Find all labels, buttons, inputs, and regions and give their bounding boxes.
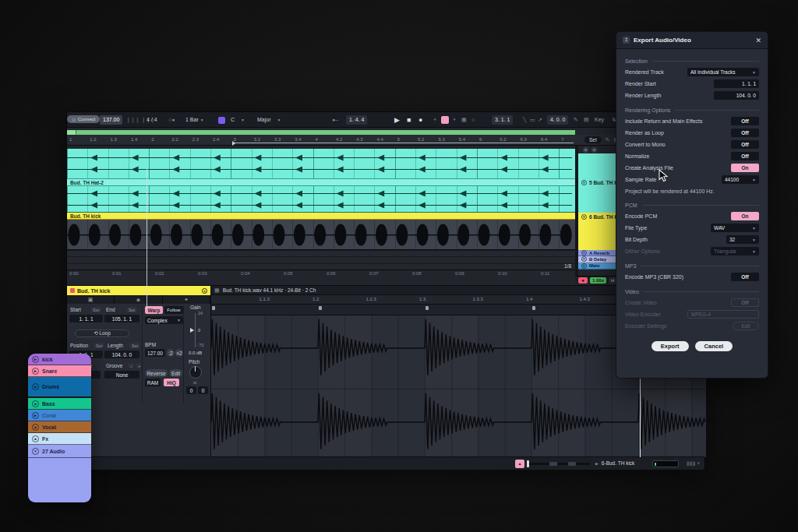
dropdown[interactable]: 32▼ — [726, 235, 759, 244]
time-signature[interactable]: 4 / 4 — [147, 115, 157, 125]
scale-select[interactable]: Major▼ — [257, 115, 281, 125]
clip-collapse-icon[interactable]: ● — [202, 288, 207, 294]
stop-icon[interactable]: ■ — [32, 424, 39, 431]
bpm-double-button[interactable]: ×2 — [175, 349, 183, 357]
slider-handle[interactable] — [527, 460, 529, 467]
loop-length-field[interactable]: 4. 0. 0 — [547, 115, 568, 125]
punch-in-icon[interactable]: ╲ — [523, 115, 526, 125]
edit-button[interactable]: Edit — [169, 369, 182, 377]
pitch-knob[interactable] — [189, 366, 202, 379]
fold-icon[interactable]: ▾ — [581, 214, 587, 220]
fold-icon[interactable]: ▾ — [581, 256, 587, 262]
warp-mode-select[interactable]: Complex▼ — [145, 316, 183, 324]
scale-icon[interactable] — [218, 115, 225, 125]
gain-fader-track[interactable] — [195, 313, 196, 347]
kick-clip-body[interactable] — [67, 220, 575, 250]
loop-toggle[interactable]: ⟲ Loop — [75, 329, 129, 337]
clip-selector[interactable]: ▶ 6-Bud. TH kick — [595, 460, 634, 466]
add-track-icon[interactable]: + — [583, 147, 588, 153]
follow-button[interactable]: ●– — [332, 115, 338, 125]
draw-mode-icon[interactable]: ✎ — [574, 115, 578, 125]
play-icon[interactable]: ▶ — [32, 412, 39, 419]
pitch-cents[interactable]: 0 — [198, 386, 208, 394]
close-icon[interactable]: ✕ — [755, 37, 761, 44]
arrangement-ruler[interactable]: 11.21.31.422.22.32.433.23.33.444.24.34.4… — [67, 135, 575, 146]
tempo-field[interactable]: 137.00 — [100, 115, 122, 125]
bpm-value[interactable]: 127.00 — [145, 349, 165, 357]
plus-right-icon[interactable]: + — [453, 115, 456, 125]
stop-icon[interactable]: ■ — [32, 383, 39, 390]
gain-value[interactable]: 0.0 dB — [189, 351, 202, 355]
loop-start-field[interactable]: 3. 1. 1 — [492, 115, 513, 125]
floating-track-list[interactable]: ▶kick▶Snare■Drums■Bass▶Coral■Vocal■Fx▼27… — [28, 354, 91, 502]
groove-value[interactable]: None — [104, 371, 139, 379]
dialog-title-bar[interactable]: ↥ Export Audio/Video ✕ — [616, 32, 768, 49]
toggle-off[interactable]: Off — [731, 152, 759, 160]
play-icon[interactable]: ▶ — [32, 356, 39, 363]
list-item[interactable]: ■Fx — [28, 433, 91, 445]
groove-plus-icon[interactable]: + — [136, 363, 142, 368]
playhead[interactable] — [147, 168, 147, 309]
play-button[interactable]: ▶ — [394, 115, 400, 125]
toggle-on[interactable]: On — [731, 164, 759, 172]
midi-overdub-icon[interactable] — [441, 115, 449, 125]
fold-icon[interactable]: ▾ — [581, 263, 587, 269]
record-button[interactable]: ● — [418, 115, 422, 125]
tab-audio[interactable]: ◈ — [115, 295, 162, 304]
dropdown[interactable]: All Individual Tracks▼ — [687, 68, 759, 76]
warp-toggle[interactable]: Warp — [145, 306, 163, 314]
follow-loop-button[interactable]: ▴ — [515, 460, 524, 468]
list-item[interactable]: ■Vocal — [28, 421, 91, 433]
group-body[interactable] — [28, 458, 91, 502]
link-status-pill[interactable]: ⊙ Connect — [67, 115, 100, 123]
pencil-icon[interactable]: ✎ — [606, 137, 610, 143]
ram-toggle[interactable]: RAM — [145, 379, 161, 386]
list-item[interactable]: ▶kick — [28, 354, 91, 365]
toggle-off[interactable]: Off — [731, 117, 759, 125]
set-button[interactable]: Set — [584, 136, 602, 143]
warp-marker[interactable] — [319, 306, 322, 310]
clip-title-bar[interactable]: Bud. TH kick ● — [67, 286, 210, 295]
clip-start-value[interactable]: 1. 1. 1 — [69, 315, 103, 322]
tab-more[interactable]: ✦ — [163, 295, 210, 304]
warp-marker[interactable] — [212, 306, 215, 310]
hat-clip-body[interactable] — [67, 186, 575, 213]
dropdown[interactable]: 44100▼ — [722, 175, 759, 184]
list-item[interactable]: ▼27 Audio — [28, 445, 91, 458]
dropdown[interactable]: WAV▼ — [711, 224, 759, 232]
loop-icon[interactable]: ▭ — [530, 115, 535, 125]
value-field[interactable]: 1. 1. 1 — [714, 79, 759, 88]
set-end-button[interactable]: Set — [126, 307, 137, 312]
punch-out-icon[interactable]: ↗ — [538, 115, 542, 125]
loop-brace[interactable] — [232, 143, 574, 145]
groove-amount[interactable]: ○● — [168, 115, 175, 125]
cancel-button[interactable]: Cancel — [695, 341, 733, 351]
quantize-menu[interactable]: 1 Bar▼ — [185, 115, 204, 125]
list-item[interactable]: ■Drums — [28, 377, 91, 398]
capture-icon[interactable]: ○ — [471, 115, 475, 125]
set-start-button[interactable]: Set — [90, 307, 101, 312]
set-position-button[interactable]: Set — [94, 343, 104, 348]
clip-end-value[interactable]: 105. 1. 1 — [104, 315, 139, 322]
toggle-off[interactable]: Off — [731, 273, 759, 281]
bpm-halve-button[interactable]: :2 — [167, 349, 175, 357]
add-return-icon[interactable]: + — [591, 147, 597, 153]
export-button[interactable]: Export — [651, 341, 689, 351]
toggle-off[interactable]: Off — [731, 140, 759, 149]
reverse-button[interactable]: Reverse — [145, 369, 168, 377]
arrangement-position[interactable]: 1. 4. 4 — [346, 115, 367, 125]
warp-marker[interactable] — [532, 306, 535, 310]
hat-clip-title[interactable]: Bud. TH Hat-2 — [67, 179, 575, 186]
value-field[interactable]: 104. 0. 0 — [714, 91, 759, 100]
set-length-button[interactable]: Set — [129, 343, 140, 348]
stop-button[interactable]: ■ — [407, 115, 411, 125]
stop-icon[interactable]: ■ — [32, 400, 39, 407]
key-map-button[interactable]: Key — [595, 115, 604, 125]
keyboard-icon[interactable]: ▤ — [584, 115, 589, 125]
time-ruler[interactable]: 0:000:010:020:030:040:050:060:070:080:09… — [67, 270, 575, 276]
list-item[interactable]: ■Bass — [28, 398, 91, 410]
list-item[interactable]: ▶Coral — [28, 410, 91, 421]
zoom-scroll-slider[interactable] — [528, 463, 590, 465]
pitch-semitones[interactable]: 0 — [186, 386, 196, 394]
plus-left-icon[interactable]: + — [433, 115, 436, 125]
